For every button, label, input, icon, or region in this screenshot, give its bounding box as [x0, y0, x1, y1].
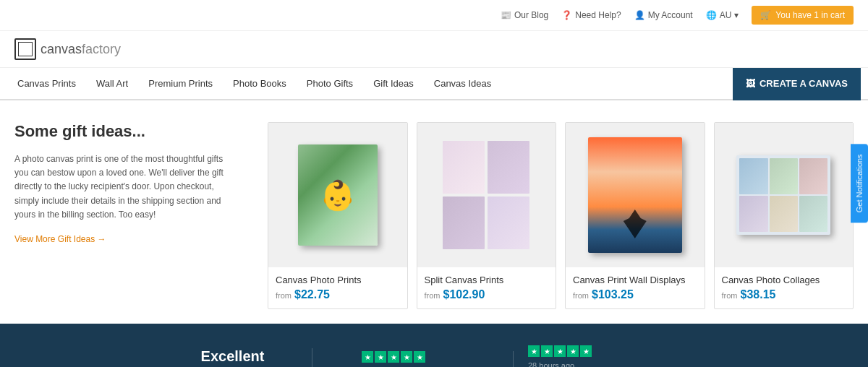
collage-cell-3 — [799, 158, 827, 194]
header: canvasfactory — [0, 31, 868, 68]
nav-gift-ideas[interactable]: Gift Ideas — [363, 68, 424, 100]
product-price-row-2: from $103.25 — [573, 288, 697, 301]
split-panel-3 — [443, 197, 485, 249]
logo-link[interactable]: canvasfactory — [14, 38, 121, 60]
page-heading: Some gift ideas... — [14, 122, 239, 141]
product-name-3: Canvas Photo Collages — [722, 275, 846, 285]
product-name-1: Split Canvas Prints — [425, 275, 549, 285]
from-label-0: from — [276, 291, 292, 300]
review-0-star-3: ★ — [388, 351, 399, 363]
notification-tab[interactable]: Get Notifications — [851, 144, 868, 223]
view-more-link[interactable]: View More Gift Ideas → — [14, 234, 106, 244]
product-name-2: Canvas Print Wall Displays — [573, 275, 697, 285]
review-1-time: 28 hours ago — [528, 361, 665, 367]
help-link[interactable]: ❓ Need Help? — [561, 10, 621, 20]
collage-canvas-image — [736, 155, 830, 235]
nav-photo-books[interactable]: Photo Books — [223, 68, 297, 100]
sunset-canvas-image — [588, 137, 682, 253]
logo-box — [14, 38, 36, 60]
region-link[interactable]: 🌐 AU ▾ — [706, 10, 739, 20]
collage-cell-6 — [799, 196, 827, 232]
product-price-row-3: from $38.15 — [722, 288, 846, 301]
product-price-row-0: from $22.75 — [276, 288, 400, 301]
trustpilot-summary: Excellent ★ ★ ★ ★ ★ Based on 2,615 revie… — [153, 348, 312, 368]
cart-icon: 🛒 — [760, 10, 771, 20]
nav-canvas-ideas[interactable]: Canvas Ideas — [424, 68, 502, 100]
price-3: $38.15 — [741, 288, 776, 301]
nav-photo-gifts[interactable]: Photo Gifts — [297, 68, 363, 100]
collage-cell-2 — [770, 158, 798, 194]
product-price-row-1: from $102.90 — [425, 288, 549, 301]
baby-canvas-image — [298, 144, 378, 246]
price-2: $103.25 — [592, 288, 634, 301]
product-name-0: Canvas Photo Prints — [276, 275, 400, 285]
review-0-star-1: ★ — [362, 351, 373, 363]
split-canvas-image — [443, 141, 529, 249]
collage-cell-5 — [770, 196, 798, 232]
review-0-stars: ★ ★ ★ ★ ★ — [362, 351, 498, 363]
collage-cell-1 — [739, 158, 767, 194]
product-info-collages: Canvas Photo Collages from $38.15 — [715, 267, 854, 308]
product-info-wall-displays: Canvas Print Wall Displays from $103.25 — [566, 267, 705, 308]
collage-cell-4 — [739, 196, 767, 232]
left-panel: Some gift ideas... A photo canvas print … — [14, 122, 253, 309]
review-1-star-1: ★ — [528, 345, 540, 357]
main-content: Some gift ideas... A photo canvas print … — [0, 100, 868, 324]
review-card-0: ★ ★ ★ ★ ★ 22 hours ago Easy process Easy… — [347, 351, 514, 367]
price-0: $22.75 — [294, 288, 330, 301]
review-1-star-2: ★ — [541, 345, 553, 357]
nav-wall-art[interactable]: Wall Art — [86, 68, 138, 100]
cart-button[interactable]: 🛒 You have 1 in cart — [752, 6, 854, 25]
review-1-star-4: ★ — [567, 345, 579, 357]
review-1-stars: ★ ★ ★ ★ ★ — [528, 345, 665, 357]
logo-text: canvasfactory — [41, 42, 121, 57]
product-info-canvas-prints: Canvas Photo Prints from $22.75 — [268, 267, 407, 308]
create-canvas-button[interactable]: 🖼 CREATE A CANVAS — [733, 68, 861, 100]
nav-canvas-prints[interactable]: Canvas Prints — [7, 68, 86, 100]
product-image-split-canvas — [417, 123, 556, 267]
review-card-1: ★ ★ ★ ★ ★ 28 hours ago Excellent vibrant… — [514, 345, 680, 367]
products-grid: Canvas Photo Prints from $22.75 Split Ca… — [268, 122, 854, 309]
from-label-1: from — [425, 291, 441, 300]
help-icon: ❓ — [561, 10, 572, 20]
review-0-star-4: ★ — [401, 351, 412, 363]
split-panel-1 — [443, 141, 485, 194]
product-image-wall-displays — [566, 123, 705, 267]
product-image-collages — [715, 123, 854, 267]
excellent-label: Excellent — [168, 348, 297, 365]
review-1-star-3: ★ — [554, 345, 566, 357]
chevron-down-icon: ▾ — [734, 10, 739, 20]
from-label-3: from — [722, 291, 738, 300]
blog-link[interactable]: 📰 Our Blog — [501, 10, 548, 20]
globe-icon: 🌐 — [706, 10, 717, 20]
account-icon: 👤 — [634, 10, 645, 20]
review-1-star-5: ★ — [580, 345, 592, 357]
review-0-star-5: ★ — [414, 351, 425, 363]
product-card-wall-displays[interactable]: Canvas Print Wall Displays from $103.25 — [565, 122, 705, 309]
review-0-star-2: ★ — [375, 351, 386, 363]
blog-icon: 📰 — [501, 10, 511, 20]
nav-premium-prints[interactable]: Premium Prints — [138, 68, 223, 100]
split-panel-2 — [488, 141, 529, 194]
cart-text: You have 1 in cart — [775, 10, 845, 20]
product-card-collages[interactable]: Canvas Photo Collages from $38.15 — [714, 122, 854, 309]
product-info-split-canvas: Split Canvas Prints from $102.90 — [417, 267, 556, 308]
canvas-icon: 🖼 — [746, 78, 755, 89]
account-link[interactable]: 👤 My Account — [634, 10, 693, 20]
reviews-section: Excellent ★ ★ ★ ★ ★ Based on 2,615 revie… — [0, 324, 868, 367]
product-card-canvas-prints[interactable]: Canvas Photo Prints from $22.75 — [268, 122, 408, 309]
page-description: A photo canvas print is one of the most … — [14, 152, 239, 222]
price-1: $102.90 — [443, 288, 485, 301]
nav-bar: Canvas Prints Wall Art Premium Prints Ph… — [0, 68, 868, 100]
product-image-canvas-prints — [268, 123, 407, 267]
split-panel-4 — [488, 197, 529, 249]
product-card-split-canvas[interactable]: Split Canvas Prints from $102.90 — [417, 122, 557, 309]
top-bar: 📰 Our Blog ❓ Need Help? 👤 My Account 🌐 A… — [0, 0, 868, 31]
from-label-2: from — [573, 291, 589, 300]
